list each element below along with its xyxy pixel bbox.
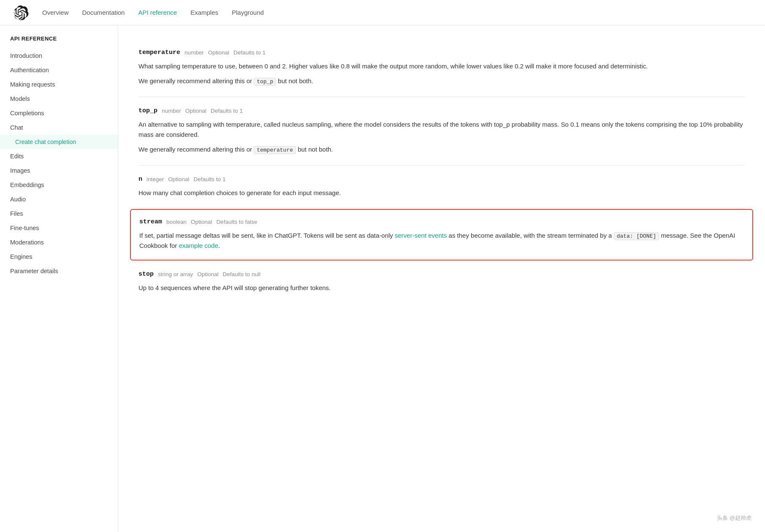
sidebar-item-moderations[interactable]: Moderations — [0, 235, 118, 250]
param-desc-top_p: An alternative to sampling with temperat… — [138, 119, 745, 155]
param-name-stop: stop — [138, 271, 154, 278]
link-example-code[interactable]: example code — [179, 242, 218, 249]
sidebar-item-embeddings[interactable]: Embeddings — [0, 178, 118, 192]
param-blocks-container: temperaturenumberOptionalDefaults to 1Wh… — [138, 39, 745, 304]
param-stop: stopstring or arrayOptionalDefaults to n… — [138, 261, 745, 304]
sidebar-item-images[interactable]: Images — [0, 163, 118, 178]
sidebar-item-files[interactable]: Files — [0, 206, 118, 221]
param-name-temperature: temperature — [138, 49, 180, 56]
param-name-n: n — [138, 176, 142, 183]
param-optional-stream: Optional — [191, 219, 212, 225]
param-temperature: temperaturenumberOptionalDefaults to 1Wh… — [138, 39, 745, 97]
nav-link-playground[interactable]: Playground — [232, 9, 264, 16]
sidebar-item-edits[interactable]: Edits — [0, 149, 118, 163]
nav-links: OverviewDocumentationAPI referenceExampl… — [42, 9, 264, 16]
sidebar-item-parameter-details[interactable]: Parameter details — [0, 264, 118, 278]
param-type-top_p: number — [162, 108, 181, 114]
param-optional-stop: Optional — [197, 271, 218, 277]
sidebar-section-title: API REFERENCE — [0, 35, 118, 49]
param-desc-stream: If set, partial message deltas will be s… — [139, 231, 744, 252]
sidebar-item-fine-tunes[interactable]: Fine-tunes — [0, 221, 118, 235]
param-desc-temperature: What sampling temperature to use, betwee… — [138, 61, 745, 87]
param-top_p: top_pnumberOptionalDefaults to 1An alter… — [138, 97, 745, 166]
param-default-n: Defaults to 1 — [194, 176, 226, 182]
nav-link-api-reference[interactable]: API reference — [138, 9, 177, 16]
sidebar: API REFERENCE IntroductionAuthentication… — [0, 25, 118, 532]
inline-code-top_p: top_p — [254, 78, 276, 86]
link-server-sent-events[interactable]: server-sent events — [395, 232, 447, 239]
param-type-n: integer — [146, 176, 164, 182]
sidebar-items-container: IntroductionAuthenticationMaking request… — [0, 49, 118, 278]
param-n: nintegerOptionalDefaults to 1How many ch… — [138, 166, 745, 209]
main-content: temperaturenumberOptionalDefaults to 1Wh… — [118, 25, 765, 532]
nav-link-examples[interactable]: Examples — [190, 9, 218, 16]
sidebar-item-audio[interactable]: Audio — [0, 192, 118, 206]
param-type-stop: string or array — [158, 271, 193, 277]
nav-link-documentation[interactable]: Documentation — [82, 9, 125, 16]
param-default-top_p: Defaults to 1 — [211, 108, 243, 114]
sidebar-item-models[interactable]: Models — [0, 92, 118, 106]
sidebar-item-create-chat-completion[interactable]: Create chat completion — [0, 135, 118, 149]
param-desc-stop: Up to 4 sequences where the API will sto… — [138, 283, 745, 293]
nav-link-overview[interactable]: Overview — [42, 9, 69, 16]
inline-code-temperature: temperature — [254, 146, 296, 154]
sidebar-item-making-requests[interactable]: Making requests — [0, 77, 118, 92]
param-stream: streambooleanOptionalDefaults to falseIf… — [130, 209, 753, 261]
param-optional-n: Optional — [168, 176, 189, 182]
param-name-stream: stream — [139, 218, 162, 225]
param-type-temperature: number — [184, 49, 204, 56]
page-layout: API REFERENCE IntroductionAuthentication… — [0, 25, 765, 532]
top-nav: OverviewDocumentationAPI referenceExampl… — [0, 0, 765, 25]
param-type-stream: boolean — [166, 219, 187, 225]
param-desc-n: How many chat completion choices to gene… — [138, 188, 745, 198]
param-default-temperature: Defaults to 1 — [233, 49, 266, 56]
sidebar-item-chat[interactable]: Chat — [0, 120, 118, 135]
sidebar-item-introduction[interactable]: Introduction — [0, 49, 118, 63]
param-default-stream: Defaults to false — [216, 219, 257, 225]
sidebar-item-engines[interactable]: Engines — [0, 250, 118, 264]
param-optional-top_p: Optional — [185, 108, 206, 114]
param-name-top_p: top_p — [138, 107, 157, 114]
param-default-stop: Defaults to null — [223, 271, 260, 277]
openai-logo-icon — [14, 5, 29, 20]
param-optional-temperature: Optional — [208, 49, 229, 56]
sidebar-item-authentication[interactable]: Authentication — [0, 63, 118, 77]
sidebar-item-completions[interactable]: Completions — [0, 106, 118, 120]
inline-code-data-done: data: [DONE] — [614, 232, 659, 240]
